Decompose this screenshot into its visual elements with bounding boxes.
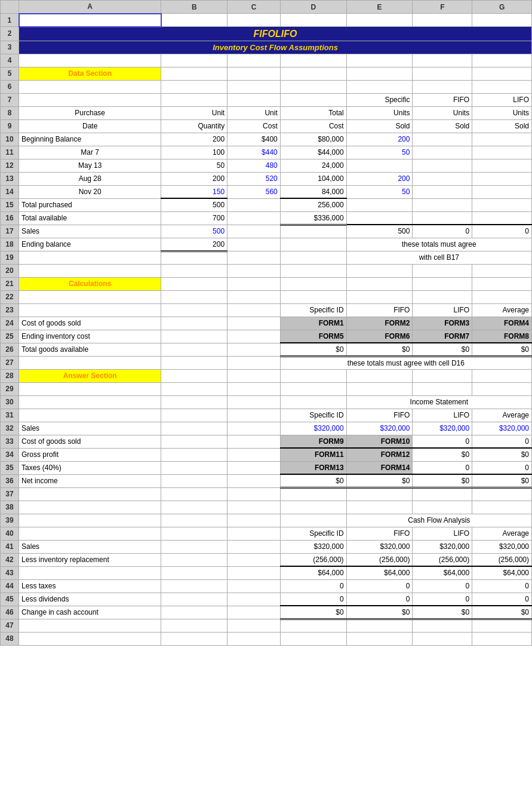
cell-e37 — [346, 487, 413, 501]
cell-f25[interactable]: FORM7 — [413, 330, 472, 343]
cell-e14: 50 — [346, 185, 413, 198]
cell-e1 — [346, 14, 413, 27]
cell-c8: Unit — [227, 106, 281, 119]
row-48: 48 — [1, 632, 532, 645]
cell-g45: 0 — [472, 593, 532, 606]
row-19: 19 with cell B17 — [1, 251, 532, 264]
cell-d31: Specific ID — [280, 409, 346, 422]
row-9: 9 Date Quantity Cost Cost Sold Sold Sold — [1, 119, 532, 133]
cell-c47 — [227, 619, 281, 632]
cell-d9: Cost — [280, 119, 346, 133]
cell-e44: 0 — [346, 579, 413, 593]
cell-f38 — [413, 501, 472, 514]
cell-b31 — [161, 409, 227, 422]
cell-d27-note: these totals must agree with cell D16 — [280, 356, 531, 369]
cell-f48 — [413, 632, 472, 645]
cell-d35[interactable]: FORM13 — [280, 461, 346, 474]
cell-b20 — [161, 264, 227, 277]
cell-e34[interactable]: FORM12 — [346, 448, 413, 461]
cell-e24[interactable]: FORM2 — [346, 317, 413, 330]
cell-f41: $320,000 — [413, 540, 472, 553]
cell-a38 — [19, 501, 161, 514]
cell-g9: Sold — [472, 119, 532, 133]
cell-e42: (256,000) — [346, 553, 413, 566]
cell-c29 — [227, 382, 281, 395]
row-20: 20 — [1, 264, 532, 277]
cell-c26 — [227, 343, 281, 356]
cell-b8: Unit — [161, 106, 227, 119]
cell-d25[interactable]: FORM5 — [280, 330, 346, 343]
cell-a1[interactable] — [19, 14, 161, 27]
cell-e12 — [346, 159, 413, 172]
row-num-4: 4 — [1, 54, 19, 67]
cell-b30 — [161, 395, 227, 409]
cell-e13: 200 — [346, 172, 413, 185]
cell-a25: Ending inventory cost — [19, 330, 161, 343]
col-e-header: E — [346, 1, 413, 14]
cell-g31: Average — [472, 409, 532, 422]
cell-e48 — [346, 632, 413, 645]
cell-c32 — [227, 422, 281, 435]
cell-d34[interactable]: FORM11 — [280, 448, 346, 461]
row-num-1: 1 — [1, 14, 19, 27]
cell-a18: Ending balance — [19, 238, 161, 251]
row-23: 23 Specific ID FIFO LIFO Average — [1, 303, 532, 317]
cell-b6 — [161, 80, 227, 93]
row-18: 18 Ending balance 200 these totals must … — [1, 238, 532, 251]
cell-f29 — [413, 382, 472, 395]
cell-a35: Taxes (40%) — [19, 461, 161, 474]
cell-f20 — [413, 264, 472, 277]
row-num-47: 47 — [1, 619, 19, 632]
spreadsheet: A B C D E F G 1 2 FIFOLIFO 3 Inventory C… — [0, 0, 532, 646]
cell-b48 — [161, 632, 227, 645]
cell-g11 — [472, 146, 532, 159]
cell-c9: Cost — [227, 119, 281, 133]
cell-g36: $0 — [472, 474, 532, 487]
cell-b27 — [161, 356, 227, 369]
row-num-3: 3 — [1, 41, 19, 54]
cell-f24[interactable]: FORM3 — [413, 317, 472, 330]
cell-a8: Purchase — [19, 106, 161, 119]
cell-b35 — [161, 461, 227, 474]
cell-a32: Sales — [19, 422, 161, 435]
cell-d47 — [280, 619, 346, 632]
cell-g40: Average — [472, 527, 532, 540]
cell-g25[interactable]: FORM8 — [472, 330, 532, 343]
row-num-13: 13 — [1, 172, 19, 185]
row-30: 30 Income Statement — [1, 395, 532, 409]
cell-e5 — [346, 67, 413, 80]
cell-e33[interactable]: FORM10 — [346, 435, 413, 448]
cell-b26 — [161, 343, 227, 356]
cell-c15 — [227, 198, 281, 211]
cell-b7 — [161, 93, 227, 106]
cell-f8: Units — [413, 106, 472, 119]
row-27: 27 these totals must agree with cell D16 — [1, 356, 532, 369]
cell-b33 — [161, 435, 227, 448]
cell-f10 — [413, 133, 472, 146]
cell-a46: Change in cash account — [19, 606, 161, 619]
cell-b32 — [161, 422, 227, 435]
cell-c10: $400 — [227, 133, 281, 146]
cell-f45: 0 — [413, 593, 472, 606]
cell-a6 — [19, 80, 161, 93]
cell-e23: FIFO — [346, 303, 413, 317]
cell-d33[interactable]: FORM9 — [280, 435, 346, 448]
cell-e45: 0 — [346, 593, 413, 606]
cell-c22 — [227, 290, 281, 303]
row-44: 44 Less taxes 0 0 0 0 — [1, 579, 532, 593]
cell-e35[interactable]: FORM14 — [346, 461, 413, 474]
cell-f47 — [413, 619, 472, 632]
cell-g24[interactable]: FORM4 — [472, 317, 532, 330]
row-num-35: 35 — [1, 461, 19, 474]
row-num-7: 7 — [1, 93, 19, 106]
cell-d13: 104,000 — [280, 172, 346, 185]
cell-d30 — [280, 395, 346, 409]
cell-d24[interactable]: FORM1 — [280, 317, 346, 330]
cell-a23 — [19, 303, 161, 317]
cell-e25[interactable]: FORM6 — [346, 330, 413, 343]
cell-e38 — [346, 501, 413, 514]
row-num-9: 9 — [1, 119, 19, 133]
cell-b34 — [161, 448, 227, 461]
cell-e47 — [346, 619, 413, 632]
cell-f31: LIFO — [413, 409, 472, 422]
